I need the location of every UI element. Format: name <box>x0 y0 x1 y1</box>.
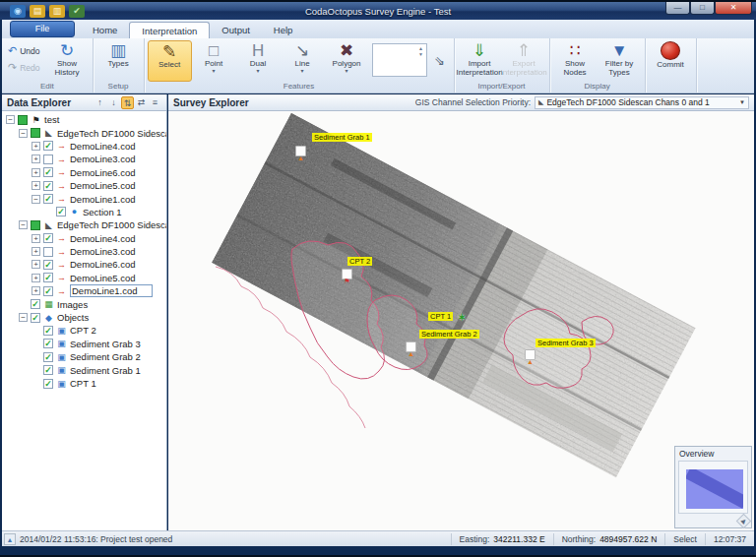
list-icon[interactable]: ≡ <box>149 96 161 109</box>
listbox-spinner-icon[interactable]: ▲▼ <box>417 45 425 75</box>
checkbox[interactable]: ✓ <box>43 181 53 191</box>
point-button[interactable]: □Point▾ <box>192 40 236 82</box>
save-icon[interactable]: ▥ <box>49 5 65 18</box>
checkbox[interactable]: ✓ <box>43 194 53 204</box>
expand-toggle-icon[interactable]: − <box>19 129 28 138</box>
checkbox[interactable]: ✓ <box>43 352 53 362</box>
commit-button[interactable]: Commit <box>649 40 693 82</box>
link-icon[interactable]: ⇄ <box>135 96 148 109</box>
expand-toggle-icon[interactable]: + <box>32 142 40 151</box>
maximize-button[interactable]: □ <box>690 2 715 15</box>
expand-toggle-icon[interactable]: − <box>32 195 40 204</box>
green-cross-marker[interactable]: ✶ <box>458 312 466 323</box>
expand-toggle-icon[interactable]: + <box>32 168 40 177</box>
move-down-icon[interactable]: ↓ <box>107 96 120 109</box>
tab-home[interactable]: Home <box>81 22 129 38</box>
overview-minimap[interactable] <box>678 461 748 514</box>
expand-toggle-icon[interactable]: − <box>6 115 15 124</box>
import-interpretation-button[interactable]: ⇓Import Interpretation <box>458 40 502 82</box>
map-label[interactable]: Sediment Grab 3 <box>536 339 596 347</box>
pin-icon[interactable]: ► <box>736 514 752 529</box>
check-icon[interactable]: ✔ <box>69 5 85 18</box>
expand-toggle-icon[interactable]: + <box>32 260 40 269</box>
sort-icon[interactable]: ⇅ <box>121 96 134 109</box>
minimize-button[interactable]: — <box>665 2 690 15</box>
tree-row[interactable]: +✓→DemoLine6.cod <box>2 166 166 179</box>
map-label[interactable]: CPT 1 <box>428 312 453 321</box>
tree-row[interactable]: ✓▣CPT 2 <box>2 324 166 337</box>
close-button[interactable]: ✕ <box>715 2 752 15</box>
move-up-icon[interactable]: ↑ <box>94 96 106 109</box>
tree-row[interactable]: ✓▣Sediment Grab 1 <box>2 363 166 376</box>
checkbox[interactable]: ✓ <box>43 233 53 243</box>
expand-toggle-icon[interactable]: − <box>19 220 28 229</box>
tree-row[interactable]: +✓→DemoLine4.cod <box>2 140 166 153</box>
tab-help[interactable]: Help <box>262 22 305 38</box>
polygon-button[interactable]: ✖Polygon▾ <box>325 40 369 82</box>
checkbox[interactable] <box>43 155 53 164</box>
tree-row[interactable]: +→DemoLine3.cod <box>2 153 166 165</box>
tree-row[interactable]: −✓→DemoLine1.cod <box>2 192 166 205</box>
checkbox[interactable]: ✓ <box>43 365 53 375</box>
tree-row[interactable]: +✓→DemoLine6.cod <box>2 258 166 271</box>
message-log-icon[interactable]: ▲ <box>4 533 16 545</box>
expand-toggle-icon[interactable]: + <box>32 247 40 256</box>
tab-interpretation[interactable]: Interpretation <box>129 22 210 38</box>
checkbox[interactable] <box>43 247 53 257</box>
tree-row[interactable]: +✓→DemoLine1.cod <box>2 284 166 297</box>
tree-row[interactable]: −◣EdgeTech DF1000 Sidescan Por <box>2 126 166 139</box>
checkbox[interactable]: ✓ <box>43 167 53 177</box>
tree-row[interactable]: ✓▣Sediment Grab 2 <box>2 350 166 363</box>
expand-toggle-icon[interactable]: + <box>32 155 40 163</box>
open-file-icon[interactable]: ▤ <box>30 5 45 18</box>
checkbox[interactable]: ✓ <box>43 286 53 296</box>
checkbox[interactable]: ✓ <box>43 141 53 151</box>
select-button[interactable]: ✎Select <box>148 40 192 82</box>
tree-row[interactable]: ✓●Section 1 <box>2 206 166 218</box>
tree-row[interactable]: −◣EdgeTech DF1000 Sidescan Stb <box>2 218 166 231</box>
tree-row[interactable]: +✓→DemoLine5.cod <box>2 272 166 284</box>
feature-type-listbox[interactable]: ▲▼ <box>372 43 427 77</box>
checkbox[interactable]: ✓ <box>31 313 40 323</box>
checkbox[interactable]: ✓ <box>43 273 53 282</box>
app-icon[interactable]: ◉ <box>10 5 26 18</box>
expand-toggle-icon[interactable]: + <box>32 286 40 295</box>
tree-row[interactable]: −✓◆Objects <box>2 311 166 324</box>
sediment-grab-marker[interactable]: ▲ <box>525 349 536 360</box>
line-button[interactable]: ↘Line▾ <box>281 40 325 82</box>
filter-by-types-button[interactable]: ▼Filter by Types <box>598 40 642 82</box>
tree-row[interactable]: ✓▣CPT 1 <box>2 377 166 390</box>
checkbox[interactable]: ✓ <box>43 379 53 389</box>
dual-button[interactable]: HDual▾ <box>236 40 281 82</box>
tree-row[interactable]: −⚑test <box>2 113 166 126</box>
map-label[interactable]: CPT 2 <box>347 257 372 266</box>
sediment-grab-marker[interactable]: ▲ <box>295 146 306 156</box>
show-nodes-button[interactable]: ∷Show Nodes <box>553 40 598 82</box>
checkbox[interactable]: ✓ <box>43 260 53 270</box>
gis-priority-dropdown[interactable]: ◣ EdgeTech DF1000 Sidescan Chans 0 and 1… <box>535 96 749 109</box>
cpt-marker[interactable]: ⚑ <box>342 269 352 279</box>
survey-map-view[interactable]: Sediment Grab 1▲CPT 2⚑CPT 1✶Sediment Gra… <box>168 111 754 530</box>
sediment-grab-marker[interactable]: ▲ <box>406 341 416 352</box>
show-history-button[interactable]: ↻Show History <box>45 40 90 82</box>
expand-toggle-icon[interactable]: + <box>32 181 40 190</box>
expand-toggle-icon[interactable]: − <box>19 313 28 322</box>
tree-row[interactable]: +✓→DemoLine5.cod <box>2 179 166 192</box>
tree-row[interactable]: ✓▣Sediment Grab 3 <box>2 338 166 350</box>
checkbox[interactable]: ✓ <box>43 326 53 336</box>
checkbox[interactable]: ✓ <box>31 299 40 309</box>
map-label[interactable]: Sediment Grab 1 <box>312 133 372 142</box>
file-menu-button[interactable]: File <box>10 21 75 37</box>
types-button[interactable]: ▥Types <box>96 40 141 82</box>
checkbox[interactable]: ✓ <box>43 339 53 348</box>
tree-row[interactable]: +→DemoLine3.cod <box>2 245 166 258</box>
tab-output[interactable]: Output <box>210 22 262 38</box>
expand-toggle-icon[interactable]: + <box>32 274 40 282</box>
tree-row[interactable]: +✓→DemoLine4.cod <box>2 232 166 245</box>
undo-button[interactable]: ↶Undo <box>5 43 43 58</box>
tree-row[interactable]: ✓▦Images <box>2 297 166 310</box>
expand-toggle-icon[interactable]: + <box>32 234 40 243</box>
checkbox[interactable]: ✓ <box>56 207 66 217</box>
nudge-icon[interactable]: ⇘ <box>429 40 451 80</box>
map-label[interactable]: Sediment Grab 2 <box>419 330 479 339</box>
